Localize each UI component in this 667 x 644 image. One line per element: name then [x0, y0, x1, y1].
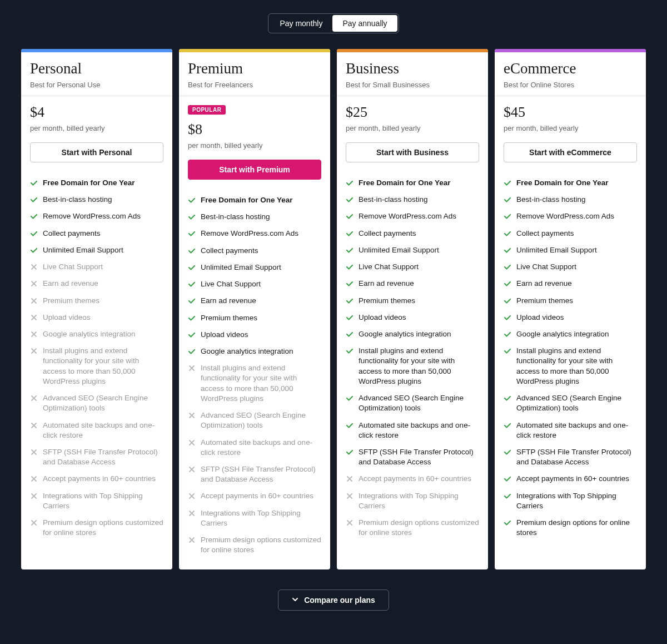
plan-card-premium: PremiumBest for FreelancersPOPULAR$8per …	[179, 49, 330, 569]
plan-header: PersonalBest for Personal Use	[21, 52, 172, 96]
plan-card-business: BusinessBest for Small Businesses$25per …	[337, 49, 488, 569]
feature-label: Best-in-class hosting	[201, 212, 270, 222]
plan-period: per month, billed yearly	[188, 141, 321, 150]
cross-icon	[30, 329, 38, 339]
start-ecommerce-button[interactable]: Start with eCommerce	[504, 142, 637, 162]
feature-videos: Upload videos	[30, 309, 163, 326]
feature-label: Live Chat Support	[201, 279, 261, 289]
feature-label: Premium themes	[359, 296, 415, 306]
cross-icon	[30, 474, 38, 484]
feature-label: Upload videos	[43, 313, 91, 323]
feature-countries: Accept payments in 60+ countries	[188, 488, 321, 504]
feature-countries: Accept payments in 60+ countries	[346, 470, 479, 487]
feature-label: SFTP (SSH File Transfer Protocol) and Da…	[201, 464, 321, 484]
feature-backup: Automated site backups and one-click res…	[30, 417, 163, 444]
feature-themes: Premium themes	[188, 310, 321, 326]
feature-ads: Remove WordPress.com Ads	[30, 208, 163, 225]
feature-shipping: Integrations with Top Shipping Carriers	[188, 505, 321, 532]
feature-label: Install plugins and extend functionality…	[201, 363, 321, 404]
feature-label: Premium design options customized for on…	[359, 518, 479, 538]
check-icon	[504, 420, 511, 430]
feature-label: Accept payments in 60+ countries	[201, 491, 313, 501]
check-icon	[504, 262, 511, 272]
cross-icon	[346, 518, 354, 528]
feature-adrev: Earn ad revenue	[504, 275, 637, 292]
feature-label: Automated site backups and one-click res…	[516, 420, 637, 440]
check-icon	[30, 229, 38, 239]
cross-icon	[188, 410, 196, 420]
feature-label: Automated site backups and one-click res…	[43, 420, 163, 440]
feature-ads: Remove WordPress.com Ads	[346, 208, 479, 225]
check-icon	[346, 447, 354, 457]
cross-icon	[30, 296, 38, 306]
feature-email: Unlimited Email Support	[188, 259, 321, 276]
feature-label: SFTP (SSH File Transfer Protocol) and Da…	[516, 447, 637, 467]
start-personal-button[interactable]: Start with Personal	[30, 142, 163, 162]
plan-price: $45	[504, 104, 637, 121]
pay-annually-toggle[interactable]: Pay annually	[332, 15, 397, 32]
feature-countries: Accept payments in 60+ countries	[30, 470, 163, 487]
check-icon	[346, 393, 354, 403]
feature-label: Premium design options for online stores	[516, 518, 637, 538]
feature-label: Integrations with Top Shipping Carriers	[201, 508, 321, 528]
start-premium-button[interactable]: Start with Premium	[188, 160, 321, 180]
check-icon	[346, 420, 354, 430]
check-icon	[504, 279, 511, 289]
billing-toggle: Pay monthly Pay annually	[21, 13, 646, 33]
feature-label: Unlimited Email Support	[43, 245, 123, 255]
feature-label: Remove WordPress.com Ads	[359, 211, 456, 221]
check-icon	[346, 195, 354, 205]
feature-domain: Free Domain for One Year	[346, 175, 479, 191]
feature-label: Live Chat Support	[43, 262, 103, 272]
feature-label: Accept payments in 60+ countries	[43, 474, 156, 484]
check-icon	[188, 279, 196, 289]
feature-payments: Collect payments	[188, 242, 321, 259]
compare-plans-button[interactable]: Compare our plans	[278, 589, 389, 611]
feature-label: Google analytics integration	[359, 329, 451, 339]
start-business-button[interactable]: Start with Business	[346, 142, 479, 162]
feature-plugins: Install plugins and extend functionality…	[30, 343, 163, 390]
feature-plugins: Install plugins and extend functionality…	[504, 343, 637, 390]
cross-icon	[188, 491, 196, 501]
feature-hosting: Best-in-class hosting	[188, 209, 321, 225]
feature-label: Unlimited Email Support	[359, 245, 439, 255]
feature-videos: Upload videos	[504, 309, 637, 326]
feature-plugins: Install plugins and extend functionality…	[346, 343, 479, 390]
feature-label: Advanced SEO (Search Engine Optimization…	[43, 393, 163, 413]
feature-label: Live Chat Support	[359, 262, 419, 272]
feature-sftp: SFTP (SSH File Transfer Protocol) and Da…	[504, 444, 637, 470]
check-icon	[504, 313, 511, 323]
check-icon	[504, 229, 511, 239]
check-icon	[346, 329, 354, 339]
plan-tagline: Best for Freelancers	[188, 81, 321, 89]
feature-themes: Premium themes	[346, 293, 479, 309]
feature-label: Earn ad revenue	[201, 296, 256, 306]
check-icon	[504, 518, 511, 528]
feature-label: Free Domain for One Year	[516, 178, 609, 188]
feature-label: Integrations with Top Shipping Carriers	[359, 491, 479, 511]
check-icon	[346, 296, 354, 306]
check-icon	[504, 245, 511, 255]
feature-ads: Remove WordPress.com Ads	[188, 225, 321, 242]
plan-period: per month, billed yearly	[504, 124, 637, 132]
feature-backup: Automated site backups and one-click res…	[346, 417, 479, 444]
feature-label: Premium themes	[43, 296, 99, 306]
popular-badge: POPULAR	[188, 105, 226, 115]
feature-hosting: Best-in-class hosting	[346, 191, 479, 208]
feature-label: Best-in-class hosting	[43, 195, 112, 205]
feature-shipping: Integrations with Top Shipping Carriers	[346, 488, 479, 514]
feature-label: Automated site backups and one-click res…	[201, 438, 321, 458]
feature-design: Premium design options customized for on…	[30, 514, 163, 541]
pay-monthly-toggle[interactable]: Pay monthly	[270, 15, 332, 32]
check-icon	[188, 330, 196, 340]
check-icon	[504, 178, 511, 188]
feature-label: Free Domain for One Year	[201, 195, 293, 205]
plan-period: per month, billed yearly	[346, 124, 479, 132]
feature-label: Install plugins and extend functionality…	[43, 346, 163, 387]
feature-label: Earn ad revenue	[43, 279, 98, 289]
compare-section: Compare our plans	[21, 589, 646, 611]
feature-label: Google analytics integration	[516, 329, 609, 339]
check-icon	[346, 279, 354, 289]
cross-icon	[30, 279, 38, 289]
plan-period: per month, billed yearly	[30, 124, 163, 132]
